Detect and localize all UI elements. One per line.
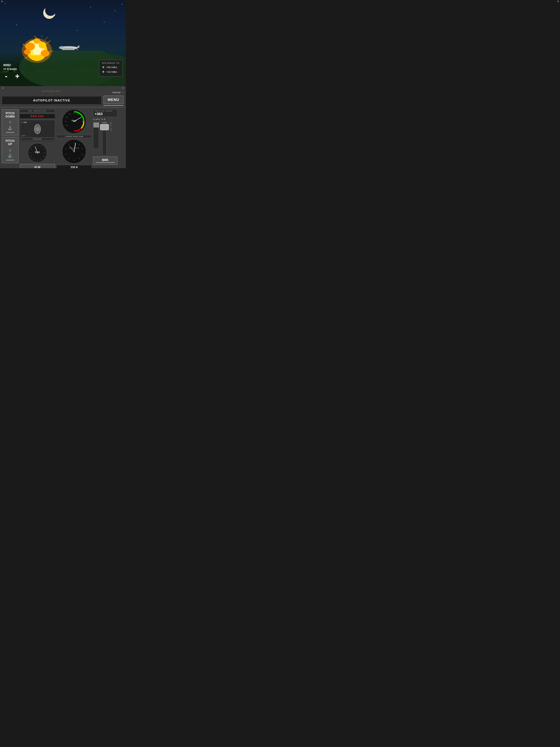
svg-point-23	[41, 50, 50, 57]
eng-fail-warning: ENG FAIL	[20, 114, 55, 119]
flaps-value: 0	[104, 118, 105, 121]
svg-line-29	[41, 35, 44, 37]
svg-line-70	[65, 149, 67, 149]
svg-line-69	[65, 154, 67, 154]
engine-on-indicator: ●	[21, 121, 22, 124]
star	[77, 30, 77, 31]
star	[115, 10, 116, 11]
explosion	[22, 35, 55, 63]
manual-label: Manual →	[112, 91, 124, 94]
svg-line-68	[68, 158, 70, 159]
distance-row-1: ✈ <60 miles	[102, 66, 120, 69]
svg-line-39	[43, 149, 45, 150]
flaps-slider-thumb[interactable]	[94, 123, 99, 127]
rivet	[122, 87, 124, 89]
flaps-label: FLAPS	[93, 119, 100, 120]
altimeter-label: ALTIMETER	[69, 147, 79, 149]
svg-line-47	[30, 149, 32, 150]
brake-button[interactable]: BRK	[93, 156, 118, 165]
middle-column: NO SMOKING ENG FAIL ● ON OFF — ENGINE	[20, 109, 55, 168]
flip-button[interactable]: FLIP ⇋	[20, 164, 55, 168]
distance-value-2: <10 miles	[106, 71, 117, 73]
rpm-label: RPM	[35, 151, 40, 153]
flaps-slider-track[interactable]: 1 2 3	[93, 122, 99, 149]
throttle-percentage: 100%	[102, 122, 107, 124]
plane-icon-1: ✈	[102, 66, 105, 69]
svg-line-65	[81, 154, 83, 154]
engine-label: ENGINE	[21, 137, 54, 140]
autopilot-status: AUTOPILOT INACTIVE	[2, 97, 101, 104]
svg-line-66	[79, 158, 80, 159]
pitch-down-button[interactable]: PITCH DOWN ↑ ⚓	[2, 109, 19, 136]
tas-label: TAS	[72, 120, 77, 122]
wind-value: >> 6 knots	[3, 67, 17, 71]
engine-on-row: ● ON	[21, 121, 54, 124]
gauge-column: TAS LANDING SPEED: 60kts	[56, 109, 92, 168]
svg-point-21	[39, 42, 46, 48]
plane-icon-2: ✈	[102, 70, 105, 74]
svg-line-42	[41, 159, 42, 160]
wind-label: WIND:	[3, 63, 17, 67]
tas-container: TAS	[56, 109, 92, 134]
rivet	[1, 1, 3, 2]
zoom-minus-button[interactable]: -	[5, 72, 7, 81]
svg-point-24	[34, 38, 40, 44]
svg-line-71	[68, 144, 70, 145]
altimeter-gauge: ALTIMETER	[62, 139, 86, 164]
distance-row-2: ✈ <10 miles	[102, 70, 120, 74]
flight-view: WIND: >> 6 knots - + DISTANCE TO ✈ <60 m…	[0, 0, 126, 86]
svg-line-45	[30, 156, 32, 157]
engine-switch[interactable]	[34, 124, 41, 134]
svg-line-38	[41, 146, 42, 147]
svg-point-2	[43, 7, 55, 19]
star	[104, 22, 104, 22]
slider-area: 1 2 3 100% THR IDLE	[93, 122, 118, 155]
autopilot-right: Manual → MENU	[103, 91, 124, 106]
thr-label: THR	[110, 122, 112, 126]
rpm-gauge-container: RPM	[27, 143, 48, 163]
altimeter-container: ALTIMETER	[56, 139, 92, 164]
pitch-up-button[interactable]: PITCH UP ↓ ⚓	[2, 137, 19, 163]
svg-marker-35	[77, 48, 78, 50]
svg-line-59	[81, 125, 82, 126]
flaps-slider-column: 1 2 3	[93, 122, 99, 149]
star	[122, 4, 122, 5]
instruments-area: PITCH DOWN ↑ ⚓ PITCH UP ↓ ⚓ NO SMOKING E…	[0, 107, 126, 168]
menu-underline	[103, 105, 124, 106]
thr-labels: THR IDLE	[110, 122, 112, 131]
wind-info: WIND: >> 6 knots	[3, 63, 17, 71]
engine-on-label: ON	[24, 121, 27, 124]
pitch-column: PITCH DOWN ↑ ⚓ PITCH UP ↓ ⚓	[2, 109, 19, 163]
svg-line-41	[43, 156, 45, 157]
distance-panel: DISTANCE TO ✈ <60 miles ✈ <10 miles	[99, 60, 123, 77]
rivet	[2, 87, 4, 89]
right-column: VERTICAL SPEED +363 FLAPS ● 0 1 2 3 100%	[93, 109, 118, 165]
engine-panel: ● ON OFF — ENGINE	[20, 120, 55, 142]
menu-button[interactable]: MENU	[103, 96, 124, 104]
engine-off-row: OFF —	[21, 134, 54, 137]
svg-line-56	[78, 113, 79, 115]
throttle-handle[interactable]	[100, 124, 109, 130]
star	[5, 3, 5, 4]
brk-label: BRK	[102, 158, 108, 162]
svg-line-64	[81, 149, 83, 149]
svg-line-31	[45, 37, 48, 40]
star	[17, 25, 17, 25]
star	[90, 7, 91, 7]
vertical-speed-box: VERTICAL SPEED +363	[93, 109, 118, 117]
svg-point-36	[59, 46, 64, 49]
svg-line-54	[70, 113, 70, 115]
brk-bar	[96, 162, 115, 163]
flip-label: FLIP	[34, 166, 41, 168]
throttle-track[interactable]	[102, 131, 107, 155]
svg-point-22	[24, 49, 31, 55]
engine-off-label: OFF	[21, 134, 25, 137]
airplane	[57, 42, 79, 52]
flaps-indicator: ●	[101, 118, 103, 121]
zoom-plus-button[interactable]: +	[15, 72, 19, 81]
rpm-gauge: RPM	[28, 143, 47, 163]
idle-label: IDLE	[110, 127, 112, 131]
engine-arrow: —	[27, 134, 29, 137]
autopilot-section-label: AUTOPILOT	[2, 90, 101, 92]
svg-line-44	[33, 159, 34, 160]
